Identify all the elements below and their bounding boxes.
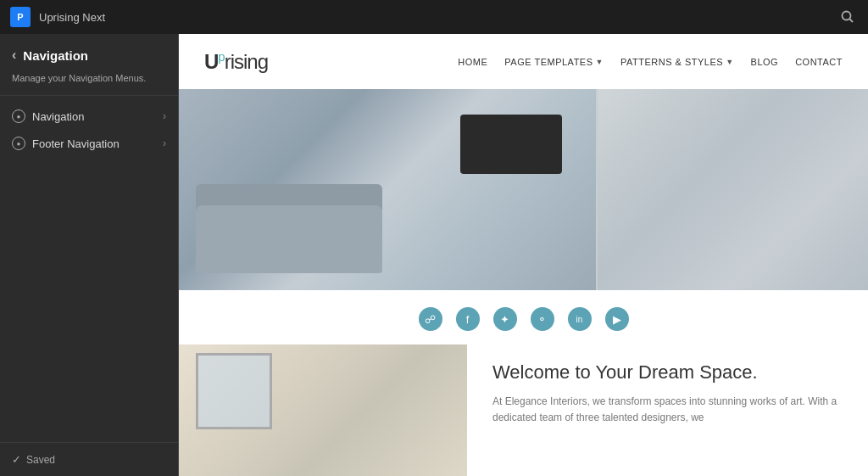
- sidebar-item-navigation[interactable]: ● Navigation ›: [0, 103, 178, 130]
- hero-image-right: [598, 89, 868, 290]
- bottom-section: Welcome to Your Dream Space. At Elegance…: [179, 344, 868, 476]
- sidebar-footer: ✓ Saved: [0, 442, 178, 476]
- sidebar-back-header[interactable]: ‹ Navigation: [0, 34, 178, 73]
- social-icon-instagram[interactable]: ⚬: [531, 307, 554, 331]
- social-icon-facebook[interactable]: f: [456, 307, 480, 331]
- sidebar: ‹ Navigation Manage your Navigation Menu…: [0, 34, 178, 476]
- svg-point-0: [843, 12, 851, 20]
- footer-navigation-icon: ●: [12, 137, 25, 150]
- social-icon-twitter[interactable]: ✦: [493, 307, 517, 331]
- hero-image-left: [179, 89, 596, 290]
- nav-contact[interactable]: CONTACT: [795, 57, 843, 67]
- chevron-right-icon: ›: [163, 110, 166, 122]
- sidebar-description: Manage your Navigation Menus.: [0, 73, 178, 95]
- sidebar-item-footer-navigation[interactable]: ● Footer Navigation ›: [0, 130, 178, 157]
- welcome-paragraph: At Elegance Interiors, we transform spac…: [492, 394, 843, 426]
- saved-label: Saved: [26, 454, 55, 466]
- site-menu: HOME PAGE TEMPLATES ▼ PATTERNS & STYLES …: [458, 57, 843, 67]
- bottom-kitchen-image: [179, 344, 467, 476]
- search-button[interactable]: [837, 7, 858, 27]
- nav-patterns-styles[interactable]: PATTERNS & STYLES ▼: [620, 57, 734, 67]
- sidebar-title: Navigation: [23, 48, 88, 63]
- top-bar: P Uprising Next: [0, 0, 868, 34]
- nav-page-templates[interactable]: PAGE TEMPLATES ▼: [504, 57, 604, 67]
- back-icon: ‹: [12, 48, 16, 63]
- logo-up: U: [204, 50, 218, 73]
- welcome-heading: Welcome to Your Dream Space.: [492, 361, 843, 384]
- hero-section: [179, 89, 868, 290]
- app-title: Uprising Next: [39, 11, 105, 24]
- kitchen-window-shape: [196, 353, 272, 429]
- footer-chevron-right-icon: ›: [163, 137, 166, 149]
- social-icon-youtube[interactable]: ▶: [605, 307, 629, 331]
- social-icon-linkedin[interactable]: in: [568, 307, 592, 331]
- nav-home[interactable]: HOME: [458, 57, 487, 67]
- page-templates-chevron: ▼: [596, 58, 604, 66]
- nav-blog[interactable]: BLOG: [751, 57, 779, 67]
- sofa-shape: [196, 205, 382, 273]
- social-icons-row: ☍ f ✦ ⚬ in ▶: [179, 290, 868, 344]
- sidebar-item-left: ● Navigation: [12, 109, 84, 123]
- tv-shape: [460, 115, 562, 174]
- main-layout: ‹ Navigation Manage your Navigation Menu…: [0, 34, 868, 476]
- saved-check-icon: ✓: [12, 453, 21, 466]
- patterns-styles-chevron: ▼: [726, 58, 733, 66]
- svg-line-1: [850, 20, 854, 23]
- site-nav: Uprising HOME PAGE TEMPLATES ▼ PATTERNS …: [179, 34, 868, 89]
- logo-rising: rising: [225, 50, 268, 73]
- sidebar-item-left-footer: ● Footer Navigation: [12, 137, 120, 150]
- sidebar-divider: [0, 95, 178, 96]
- app-logo: P: [10, 7, 31, 27]
- preview-area: Uprising HOME PAGE TEMPLATES ▼ PATTERNS …: [179, 34, 868, 476]
- sidebar-item-label: Navigation: [32, 110, 84, 123]
- bottom-text: Welcome to Your Dream Space. At Elegance…: [467, 344, 868, 476]
- social-icon-wordpress[interactable]: ☍: [419, 307, 442, 331]
- navigation-icon: ●: [12, 109, 25, 123]
- site-logo: Uprising: [204, 49, 268, 74]
- sidebar-item-footer-label: Footer Navigation: [32, 137, 120, 150]
